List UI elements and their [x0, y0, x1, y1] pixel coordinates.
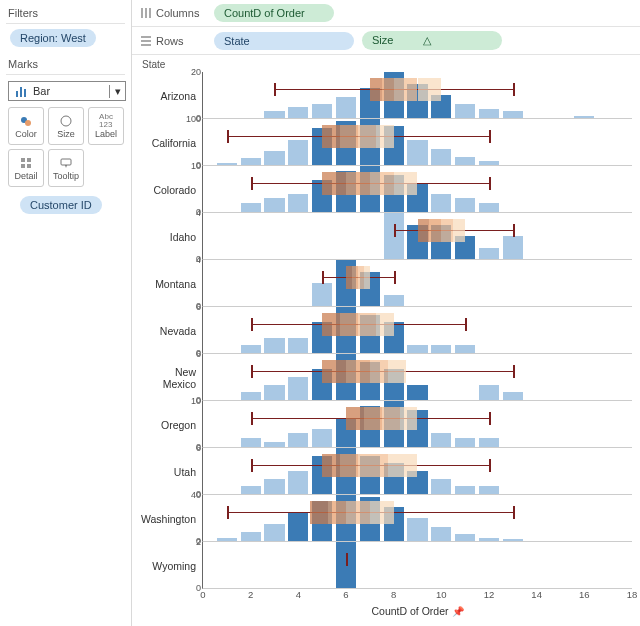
- box-segment: [322, 454, 340, 477]
- histogram-bar[interactable]: [455, 104, 475, 118]
- histogram-bar[interactable]: [264, 442, 284, 447]
- histogram-bar[interactable]: [312, 429, 332, 447]
- histogram-bar[interactable]: [217, 538, 237, 541]
- histogram-bar[interactable]: [264, 385, 284, 400]
- histogram-bar[interactable]: [479, 248, 499, 260]
- facet-chart[interactable]: 04: [202, 213, 632, 260]
- histogram-bar[interactable]: [312, 283, 332, 306]
- box-segment: [364, 407, 382, 430]
- columns-shelf[interactable]: Columns CountD of Order: [132, 0, 640, 27]
- histogram-bar[interactable]: [336, 97, 356, 118]
- histogram-bar[interactable]: [503, 111, 523, 118]
- rows-shelf[interactable]: Rows State Size △: [132, 27, 640, 55]
- histogram-bar[interactable]: [288, 107, 308, 119]
- histogram-bar[interactable]: [431, 527, 451, 541]
- svg-rect-9: [27, 164, 31, 168]
- histogram-bar[interactable]: [384, 295, 404, 307]
- histogram-bar[interactable]: [431, 194, 451, 212]
- facet-chart[interactable]: 040: [202, 495, 632, 542]
- rows-pill-size-label: Size: [372, 34, 393, 47]
- histogram-bar[interactable]: [407, 518, 427, 541]
- color-card[interactable]: Color: [8, 107, 44, 145]
- histogram-bar[interactable]: [288, 338, 308, 353]
- histogram-bar[interactable]: [241, 158, 261, 165]
- histogram-bar[interactable]: [241, 486, 261, 494]
- box-segment: [394, 78, 418, 101]
- histogram-bar[interactable]: [455, 438, 475, 447]
- histogram-bar[interactable]: [264, 479, 284, 494]
- histogram-bar[interactable]: [503, 539, 523, 541]
- y-tick: 4: [196, 256, 201, 265]
- histogram-bar[interactable]: [431, 479, 451, 494]
- histogram-bar[interactable]: [479, 538, 499, 541]
- size-card[interactable]: Size: [48, 107, 84, 145]
- histogram-bar[interactable]: [241, 438, 261, 447]
- histogram-bar[interactable]: [288, 433, 308, 447]
- histogram-bar[interactable]: [455, 198, 475, 212]
- box-segment: [346, 407, 364, 430]
- facet-chart[interactable]: 010: [202, 401, 632, 448]
- histogram-bar[interactable]: [431, 433, 451, 447]
- histogram-bar[interactable]: [455, 534, 475, 541]
- detail-card[interactable]: Detail: [8, 149, 44, 187]
- svg-rect-2: [24, 89, 26, 97]
- histogram-bar[interactable]: [264, 111, 284, 118]
- label-card[interactable]: Abc123 Label: [88, 107, 124, 145]
- histogram-bar[interactable]: [503, 236, 523, 259]
- histogram-bar[interactable]: [264, 198, 284, 212]
- histogram-bar[interactable]: [288, 194, 308, 212]
- histogram-bar[interactable]: [479, 203, 499, 212]
- histogram-bar[interactable]: [455, 345, 475, 353]
- y-tick: 6: [196, 303, 201, 312]
- histogram-bar[interactable]: [479, 161, 499, 165]
- histogram-bar[interactable]: [407, 345, 427, 353]
- facet-chart[interactable]: 02: [202, 542, 632, 589]
- mark-type-select[interactable]: Bar ▾: [8, 81, 126, 101]
- histogram-bar[interactable]: [479, 109, 499, 118]
- histogram-bar[interactable]: [288, 512, 308, 541]
- histogram-bar[interactable]: [241, 532, 261, 541]
- histogram-bar[interactable]: [503, 392, 523, 400]
- histogram-bar[interactable]: [455, 157, 475, 165]
- histogram-bar[interactable]: [264, 524, 284, 541]
- facet-chart[interactable]: 020: [202, 72, 632, 119]
- detail-pill-customer[interactable]: Customer ID: [20, 196, 102, 214]
- facet-chart[interactable]: 06: [202, 354, 632, 401]
- facet-chart[interactable]: 010: [202, 166, 632, 213]
- box-segment: [400, 407, 418, 430]
- histogram-bar[interactable]: [479, 486, 499, 494]
- facet-chart[interactable]: 06: [202, 307, 632, 354]
- rows-pill-state[interactable]: State: [214, 32, 354, 50]
- histogram-bar[interactable]: [241, 345, 261, 353]
- facet-chart[interactable]: 0100: [202, 119, 632, 166]
- columns-pill[interactable]: CountD of Order: [214, 4, 334, 22]
- histogram-bar[interactable]: [431, 149, 451, 165]
- histogram-bar[interactable]: [431, 345, 451, 353]
- tooltip-card[interactable]: Tooltip: [48, 149, 84, 187]
- histogram-bar[interactable]: [574, 116, 594, 118]
- filter-pill-region[interactable]: Region: West: [10, 29, 96, 47]
- histogram-bar[interactable]: [312, 104, 332, 118]
- histogram-bar[interactable]: [217, 163, 237, 165]
- histogram-bar[interactable]: [288, 471, 308, 494]
- box-segment: [429, 219, 441, 242]
- box-segment: [322, 125, 340, 148]
- histogram-bar[interactable]: [241, 203, 261, 212]
- histogram-bar[interactable]: [288, 140, 308, 165]
- histogram-bar[interactable]: [264, 151, 284, 165]
- box-segment: [322, 313, 340, 336]
- histogram-bar[interactable]: [407, 385, 427, 400]
- histogram-bar[interactable]: [264, 338, 284, 353]
- rows-pill-size[interactable]: Size △: [362, 31, 502, 50]
- facet-chart[interactable]: 06: [202, 448, 632, 495]
- histogram-bar[interactable]: [479, 438, 499, 447]
- histogram-bar[interactable]: [288, 377, 308, 400]
- box-segment: [418, 219, 430, 242]
- facet-chart[interactable]: 04: [202, 260, 632, 307]
- box-segment: [364, 266, 370, 289]
- size-icon: [60, 113, 72, 129]
- histogram-bar[interactable]: [407, 140, 427, 165]
- histogram-bar[interactable]: [455, 486, 475, 494]
- histogram-bar[interactable]: [479, 385, 499, 400]
- histogram-bar[interactable]: [241, 392, 261, 400]
